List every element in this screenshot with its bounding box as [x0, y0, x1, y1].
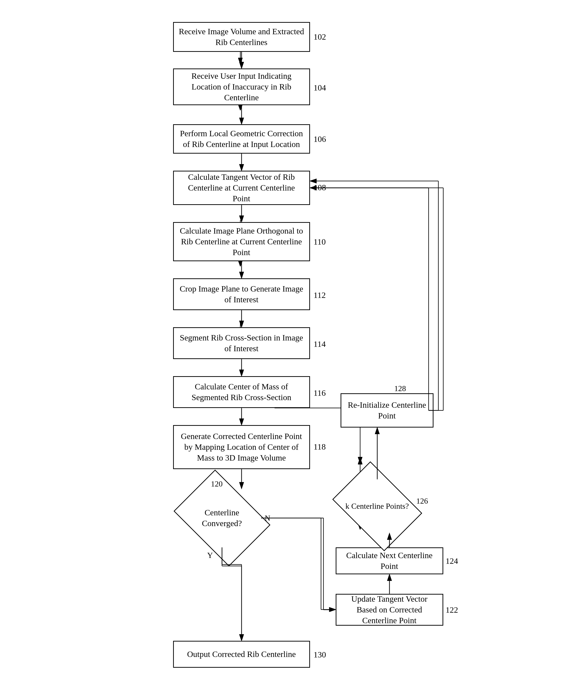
flowchart: Receive Image Volume and Extracted Rib C… — [135, 15, 453, 687]
label-114: 114 — [314, 339, 326, 349]
box-114: Segment Rib Cross-Section in Image of In… — [173, 327, 310, 359]
box-110: Calculate Image Plane Orthogonal to Rib … — [173, 222, 310, 261]
box-128: Re-Initialize Centerline Point — [341, 393, 433, 428]
box-116: Calculate Center of Mass of Segmented Ri… — [173, 376, 310, 408]
box-118: Generate Corrected Centerline Point by M… — [173, 425, 310, 469]
box-124: Calculate Next Centerline Point — [336, 547, 443, 574]
box-108: Calculate Tangent Vector of Rib Centerli… — [173, 171, 310, 205]
box-130: Output Corrected Rib Centerline — [173, 641, 310, 668]
label-118: 118 — [314, 442, 326, 452]
label-126: 126 — [416, 497, 428, 506]
label-122: 122 — [446, 605, 458, 615]
label-116: 116 — [314, 389, 326, 398]
label-128: 128 — [394, 384, 406, 393]
label-102: 102 — [314, 32, 326, 42]
box-102: Receive Image Volume and Extracted Rib C… — [173, 22, 310, 52]
label-106: 106 — [314, 134, 326, 144]
label-Y: Y — [207, 551, 213, 560]
label-104: 104 — [314, 83, 326, 92]
label-N: N — [265, 514, 270, 523]
label-110: 110 — [314, 237, 326, 246]
label-130: 130 — [314, 650, 326, 659]
box-112: Crop Image Plane to Generate Image of In… — [173, 278, 310, 310]
box-122: Update Tangent Vector Based on Corrected… — [336, 594, 443, 626]
diamond-120: Centerline Converged? — [183, 489, 261, 547]
label-112: 112 — [314, 290, 326, 300]
label-124: 124 — [446, 556, 458, 566]
box-106: Perform Local Geometric Correction of Ri… — [173, 124, 310, 154]
box-104: Receive User Input Indicating Location o… — [173, 68, 310, 105]
diagram-container: Receive Image Volume and Extracted Rib C… — [0, 0, 588, 700]
label-120: 120 — [211, 479, 223, 489]
diamond-126: k Centerline Points? — [341, 479, 414, 533]
label-108: 108 — [314, 183, 326, 192]
